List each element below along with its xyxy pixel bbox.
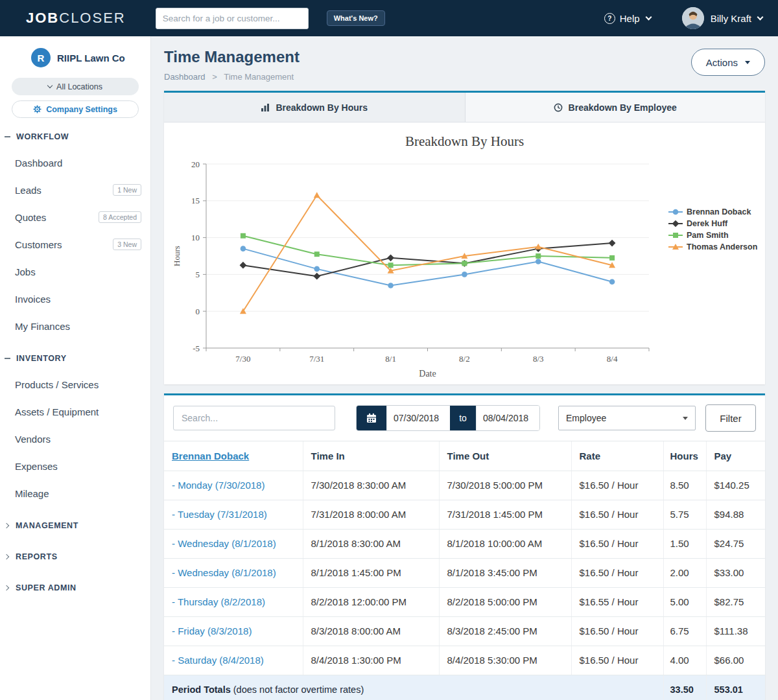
sidebar-item-vendors[interactable]: Vendors (0, 425, 150, 452)
global-search-input[interactable] (156, 8, 309, 29)
rate-cell: $16.50 / Hour (571, 646, 663, 675)
day-link[interactable]: - Friday (8/3/2018) (172, 625, 252, 636)
page-header: Time Management Dashboard > Time Managem… (151, 36, 778, 82)
employee-name-link[interactable]: Brennan Doback (172, 450, 249, 461)
sidebar-item-dashboard[interactable]: Dashboard (0, 149, 150, 176)
day-link[interactable]: - Wednesday (8/1/2018) (172, 567, 276, 578)
sidebar-item-label: Products / Services (15, 379, 99, 390)
all-locations-dropdown[interactable]: All Locations (12, 78, 139, 95)
sidebar-item-products-services[interactable]: Products / Services (0, 371, 150, 398)
svg-text:Breakdown By Hours: Breakdown By Hours (405, 134, 524, 149)
svg-text:15: 15 (191, 196, 200, 205)
time-in-cell: 8/3/2018 8:00:00 AM (303, 616, 439, 646)
section-label: SUPER ADMIN (16, 583, 77, 592)
table-row: - Monday (7/30/2018) 7/30/2018 8:30:00 A… (164, 471, 765, 500)
time-out-cell: 7/31/2018 1:45:00 PM (439, 500, 571, 529)
chevron-right-icon (4, 554, 9, 559)
sidebar-item-assets-equipment[interactable]: Assets / Equipment (0, 398, 150, 425)
period-totals-row: Period Totals(does not factor overtime r… (164, 675, 765, 700)
sidebar-item-leads[interactable]: Leads 1 New (0, 176, 150, 204)
sidebar-item-expenses[interactable]: Expenses (0, 452, 150, 480)
user-menu[interactable]: Billy Kraft (682, 7, 762, 29)
day-link[interactable]: - Tuesday (7/31/2018) (172, 509, 267, 520)
table-search-input[interactable] (173, 406, 335, 430)
pay-cell: $140.25 (706, 471, 765, 500)
svg-text:8/1: 8/1 (385, 354, 396, 364)
navbar-right: ? Help Billy Kraft (604, 7, 762, 29)
svg-text:7/31: 7/31 (309, 354, 324, 364)
tab-breakdown-by-hours[interactable]: Breakdown By Hours (164, 93, 465, 122)
chevron-right-icon (4, 523, 9, 528)
calendar-button[interactable] (357, 406, 386, 430)
col-time-in: Time In (303, 441, 439, 471)
sidebar-item-invoices[interactable]: Invoices (0, 285, 150, 312)
table-row: - Wednesday (8/1/2018) 8/1/2018 1:45:00 … (164, 558, 765, 587)
tab-label: Breakdown By Employee (569, 102, 677, 113)
app-logo[interactable]: JOBCLOSER (26, 10, 126, 27)
help-menu[interactable]: ? Help (604, 13, 651, 24)
company-avatar: R (31, 48, 51, 67)
sidebar-item-label: Vendors (15, 434, 51, 445)
help-label: Help (620, 13, 640, 24)
svg-text:20: 20 (191, 159, 200, 169)
actions-button[interactable]: Actions (691, 49, 765, 76)
sidebar-item-quotes[interactable]: Quotes 8 Accepted (0, 204, 150, 231)
breadcrumb-current: Time Management (224, 72, 294, 82)
breadcrumb-dashboard[interactable]: Dashboard (164, 72, 206, 82)
sidebar-item-badge: 8 Accepted (99, 211, 141, 223)
sidebar-item-customers[interactable]: Customers 3 New (0, 231, 150, 258)
main-content: Time Management Dashboard > Time Managem… (151, 36, 778, 700)
whats-new-button[interactable]: What's New? (327, 10, 385, 26)
page-title: Time Management (164, 48, 765, 66)
day-link[interactable]: - Saturday (8/4/2018) (172, 655, 264, 666)
time-out-cell: 7/30/2018 5:00:00 PM (439, 471, 571, 500)
sidebar-section-reports[interactable]: REPORTS (0, 544, 150, 569)
sidebar-item-label: Quotes (15, 212, 46, 223)
day-link[interactable]: - Monday (7/30/2018) (172, 480, 265, 491)
pay-cell: $94.88 (706, 500, 765, 529)
totals-hours: 33.50 (663, 675, 706, 700)
col-time-out: Time Out (439, 441, 571, 471)
sidebar-item-jobs[interactable]: Jobs (0, 258, 150, 285)
company-selector[interactable]: R RIIPL Lawn Co (0, 45, 150, 73)
day-link[interactable]: - Thursday (8/2/2018) (172, 596, 265, 607)
pay-cell: $24.75 (706, 529, 765, 558)
svg-text:8/2: 8/2 (459, 354, 470, 364)
day-link[interactable]: - Wednesday (8/1/2018) (172, 538, 276, 549)
sidebar-item-label: Assets / Equipment (15, 406, 99, 417)
sidebar-section-inventory[interactable]: INVENTORY (0, 346, 150, 371)
chevron-down-icon (683, 417, 688, 420)
hours-cell: 1.50 (663, 529, 706, 558)
time-out-cell: 8/1/2018 10:00:00 AM (439, 529, 571, 558)
date-range-picker: to (356, 405, 540, 431)
sidebar-section-management[interactable]: MANAGEMENT (0, 513, 150, 538)
sidebar-item-label: Jobs (15, 266, 36, 277)
tab-breakdown-by-employee[interactable]: Breakdown By Employee (465, 93, 766, 122)
svg-text:7/30: 7/30 (235, 354, 250, 364)
gear-icon (33, 105, 41, 113)
sidebar-item-label: My Finances (15, 321, 70, 332)
chevron-down-icon (745, 61, 750, 64)
table-row: - Wednesday (8/1/2018) 8/1/2018 8:30:00 … (164, 529, 765, 558)
svg-text:Derek Huff: Derek Huff (687, 219, 728, 228)
sidebar-section-super-admin[interactable]: SUPER ADMIN (0, 576, 150, 600)
table-row: - Thursday (8/2/2018) 8/2/2018 12:00:00 … (164, 587, 765, 616)
sidebar-section-workflow[interactable]: WORKFLOW (0, 124, 150, 149)
sidebar-item-mileage[interactable]: Mileage (0, 480, 150, 507)
svg-text:Date: Date (419, 369, 436, 379)
totals-pay: 553.01 (706, 675, 765, 700)
col-rate: Rate (571, 441, 663, 471)
filter-button[interactable]: Filter (705, 404, 756, 432)
employee-filter-select[interactable]: Employee (558, 406, 696, 430)
sidebar-item-my-finances[interactable]: My Finances (0, 312, 150, 340)
chevron-down-icon (47, 83, 53, 88)
svg-text:Pam Smith: Pam Smith (687, 231, 729, 240)
hours-cell: 6.75 (663, 616, 706, 646)
company-settings-button[interactable]: Company Settings (12, 100, 139, 118)
date-to-input[interactable] (476, 406, 539, 430)
tab-label: Breakdown By Hours (276, 102, 368, 113)
table-header-row: Brennan Doback Time In Time Out Rate Hou… (164, 441, 765, 471)
time-in-cell: 8/4/2018 1:30:00 PM (303, 646, 439, 675)
date-from-input[interactable] (386, 406, 450, 430)
hours-line-chart: Breakdown By Hours-5051015207/307/318/18… (164, 122, 765, 384)
